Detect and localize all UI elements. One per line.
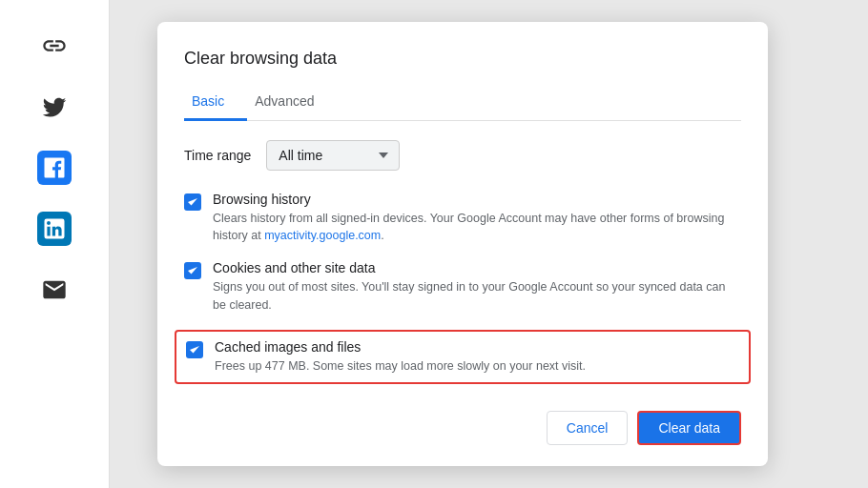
tab-basic[interactable]: Basic [184,86,247,121]
option-cached-title: Cached images and files [215,339,739,355]
cancel-button[interactable]: Cancel [547,411,629,445]
clear-data-button[interactable]: Clear data [637,411,741,445]
time-range-select-wrapper[interactable]: All time Last 4 weeks Last 7 days Last 2… [266,140,400,171]
time-range-label: Time range [184,148,251,163]
sidebar [0,0,110,488]
checkbox-cached[interactable] [186,341,203,358]
facebook-icon[interactable] [37,151,72,185]
myactivity-link[interactable]: myactivity.google.com [264,229,381,242]
linkedin-icon[interactable] [37,212,72,246]
checkbox-cached-wrap [186,341,203,358]
option-browsing-history-desc: Clears history from all signed-in device… [213,210,741,246]
checkbox-cookies[interactable] [184,262,201,279]
twitter-icon[interactable] [37,90,72,124]
option-cookies: Cookies and other site data Signs you ou… [184,260,741,315]
time-range-select[interactable]: All time Last 4 weeks Last 7 days Last 2… [266,140,400,171]
checkbox-cookies-wrap [184,262,201,279]
option-browsing-history: Browsing history Clears history from all… [184,192,741,246]
option-cookies-title: Cookies and other site data [213,260,741,275]
dialog-title: Clear browsing data [184,49,741,69]
option-cookies-desc: Signs you out of most sites. You'll stay… [213,278,741,315]
option-cached-desc: Frees up 477 MB. Some sites may load mor… [215,357,739,376]
checkbox-browsing-history-wrap [184,193,201,211]
options-list: Browsing history Clears history from all… [184,192,741,385]
tab-advanced[interactable]: Advanced [247,86,337,121]
email-icon[interactable] [37,273,72,307]
option-browsing-history-title: Browsing history [213,192,741,207]
link-icon[interactable] [37,29,72,63]
checkbox-browsing-history[interactable] [184,193,201,211]
clear-browsing-data-dialog: Clear browsing data Basic Advanced Time … [157,22,768,467]
dialog-footer: Cancel Clear data [184,411,741,445]
option-cached: Cached images and files Frees up 477 MB.… [175,330,751,385]
tabs: Basic Advanced [184,86,741,121]
time-range-row: Time range All time Last 4 weeks Last 7 … [184,140,741,171]
